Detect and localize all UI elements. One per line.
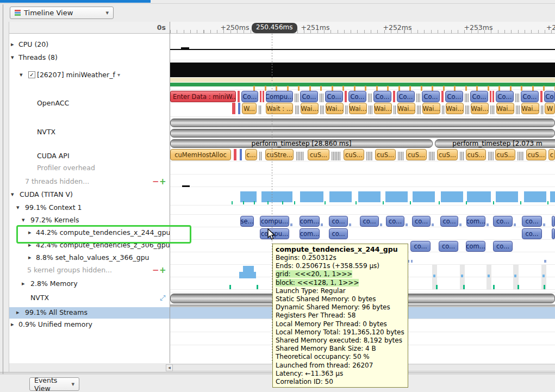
timeline-event-block[interactable]: cuMemHostAlloc (170, 149, 231, 160)
timeline-event-block[interactable]: Co... (496, 91, 514, 102)
timeline-event-block[interactable]: Co (544, 91, 555, 102)
timeline-event-block[interactable]: Wai... (326, 103, 344, 114)
remove-filter-icon[interactable]: − (152, 266, 159, 275)
tree-item-cuda-titan-v[interactable]: CUDA (TITAN V) (20, 190, 73, 200)
time-ruler[interactable]: +250ms+251ms+252ms+253ms+2 (170, 22, 555, 34)
timeline-event-block[interactable]: cuS... (466, 149, 486, 160)
tree-expand-arrow[interactable]: ▾ (22, 216, 25, 225)
tree-item-97-2-kernels[interactable]: 97.2% Kernels (30, 215, 79, 225)
tree-item-26207-miniweather-f[interactable]: [26207] miniWeather_f (37, 70, 115, 80)
tree-item-2-8-memory[interactable]: 2.8% Memory (30, 279, 78, 289)
timeline-event-block[interactable]: co... (329, 228, 348, 239)
tree-item-nvtx[interactable]: NVTX (37, 127, 55, 137)
timeline-event-block[interactable]: co... (522, 228, 542, 239)
tree-item-nvtx[interactable]: NVTX (30, 293, 49, 303)
timeline-event-block[interactable]: perform_timestep [28.860 ms] (170, 139, 433, 148)
tree-item-8-8-set-halo-values-x-366-gpu[interactable]: 8.8% set_halo_values_x_366_gpu (36, 253, 149, 263)
tree-expand-arrow[interactable]: ▸ (28, 253, 32, 262)
tree-item-0-9-unified-memory[interactable]: 0.9% Unified memory (18, 320, 92, 329)
panel-splitter[interactable] (170, 22, 170, 363)
timeline-event-block[interactable]: Enter Data : miniW... (170, 91, 236, 102)
tree-expand-arrow[interactable]: ▾ (11, 53, 14, 62)
tree-item-cpu-20[interactable]: CPU (20) (18, 40, 48, 49)
remove-filter-icon[interactable]: − (152, 177, 159, 186)
timeline-event-block[interactable]: co... (439, 241, 458, 252)
timeline-event-block[interactable]: Wai... (349, 103, 367, 114)
timeline-event-block[interactable]: Compu... (266, 91, 293, 102)
timeline-event-block[interactable]: Co... (241, 91, 258, 102)
tooltip-line: Shared Memory Bank Size: 4 B (276, 345, 405, 353)
timeline-event-block[interactable]: com... (300, 228, 320, 239)
tree-item-99-1-all-streams[interactable]: 99.1% All Streams (25, 308, 88, 318)
tree-item-7-threads-hidden[interactable]: 7 threads hidden... (25, 177, 89, 186)
timeline-event-block[interactable]: c (548, 149, 555, 160)
tree-item-99-1-context-1[interactable]: 99.1% Context 1 (25, 203, 82, 213)
tree-expand-arrow[interactable]: ▾ (16, 203, 20, 212)
tree-item-profiler-overhead[interactable]: Profiler overhead (37, 163, 95, 173)
timeline-event-block[interactable]: Wai... (471, 103, 489, 114)
timeline-event-block[interactable]: Wai... (422, 103, 440, 114)
timeline-event-block[interactable]: co... (522, 216, 542, 227)
timeline-event-block[interactable]: Wai... (521, 103, 539, 114)
timeline-event-block[interactable]: cuS... (526, 149, 546, 160)
timeline-event-block[interactable]: com... (466, 241, 485, 252)
timeline-event-block[interactable]: co... (410, 241, 431, 252)
timeline-event-block[interactable]: Wai... (397, 103, 415, 114)
timeline-event-block[interactable]: co... (360, 216, 379, 227)
timeline-event-block[interactable]: W (545, 103, 555, 114)
timeline-event-block[interactable]: Co... (422, 91, 440, 102)
timeline-event-block[interactable]: co... (440, 216, 458, 227)
timeline-event-block[interactable]: Wai... (301, 103, 319, 114)
timeline-event-block[interactable]: com... (466, 216, 485, 227)
timeline-event-block[interactable]: Co... (325, 91, 343, 102)
timeline-event-block[interactable]: co... (493, 216, 513, 227)
timeline-event-block[interactable]: cuS... (437, 149, 458, 160)
scroll-left-button[interactable]: ◂ (166, 364, 173, 371)
timeline-event-block[interactable]: Co... (397, 91, 415, 102)
tree-item-threads-8[interactable]: Threads (8) (18, 53, 58, 63)
timeline-event-block[interactable]: com... (300, 216, 320, 227)
timeline-event-block[interactable]: Wait : ... (266, 103, 293, 114)
timeline-mark (263, 91, 264, 102)
tree-expand-arrow[interactable]: ▸ (16, 308, 20, 317)
timeline-event-block[interactable]: cuS... (406, 149, 427, 160)
timeline-event-block[interactable]: Co... (373, 91, 391, 102)
tree-expand-arrow[interactable]: ▸ (11, 40, 14, 49)
timeline-event-block[interactable]: co... (412, 216, 431, 227)
timeline-event-block[interactable]: co... (493, 241, 513, 252)
timeline-event-block[interactable]: cuS... (375, 149, 396, 160)
timeline-event-block[interactable]: c... (245, 149, 257, 160)
timeline-event-block[interactable]: Co... (521, 91, 539, 102)
events-view-dropdown[interactable]: Events View ▾ (29, 377, 79, 391)
timeline-event-block[interactable]: co... (329, 216, 348, 227)
timeline-event-block[interactable]: perform_timestep [2.073 m (435, 139, 555, 148)
tree-expand-arrow[interactable]: ▾ (20, 71, 23, 79)
timeline-event-block[interactable]: co... (386, 216, 404, 227)
timeline-event-block[interactable]: Co... (348, 91, 366, 102)
timeline-event-block[interactable]: Wai... (374, 103, 392, 114)
timeline-event-block[interactable]: cuS... (344, 149, 364, 160)
thread-checkbox[interactable]: ✓ (28, 71, 35, 78)
timeline-event-block[interactable]: Co... (300, 91, 318, 102)
view-selector-dropdown[interactable]: Timeline View ▾ (10, 7, 114, 19)
tree-expand-arrow[interactable]: ▾ (11, 190, 14, 199)
add-filter-icon[interactable]: + (159, 177, 166, 186)
timeline-event-block[interactable]: compu... (260, 216, 289, 227)
timeline-event-block[interactable]: cuStre... (265, 149, 294, 160)
tree-item-5-kernel-groups-hidden[interactable]: 5 kernel groups hidden... (27, 265, 112, 275)
expand-row-icon[interactable]: ⤢ (160, 294, 165, 302)
timeline-event-block[interactable]: Wai... (446, 103, 464, 114)
timeline-event-block[interactable]: Co... (445, 91, 463, 102)
tree-expand-arrow[interactable]: ▸ (11, 320, 14, 329)
timeline-event-block[interactable]: W... (242, 103, 257, 114)
tree-expand-arrow[interactable]: ▸ (22, 279, 25, 288)
add-filter-icon[interactable]: + (159, 266, 166, 275)
timeline-event-block[interactable]: cuS... (495, 149, 515, 160)
thread-options-caret[interactable]: ▾ (117, 71, 120, 79)
timeline-event-block[interactable]: Co... (470, 91, 488, 102)
timeline-event-block[interactable]: se... (240, 216, 254, 227)
tree-item-openacc[interactable]: OpenACC (37, 98, 69, 108)
timeline-event-block[interactable]: cuS... (308, 149, 329, 160)
tree-item-cuda-api[interactable]: CUDA API (37, 151, 70, 161)
timeline-event-block[interactable]: Wai... (496, 103, 514, 114)
